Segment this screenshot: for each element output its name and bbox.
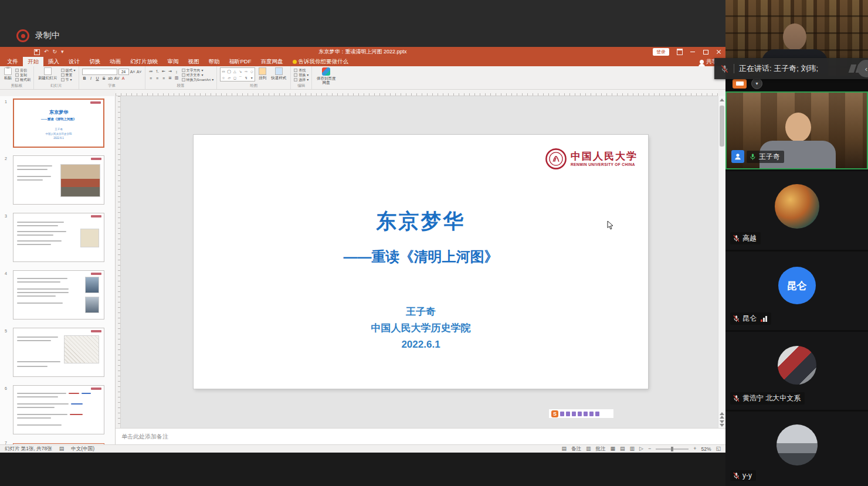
group-font: 24 A˄ A˅ B I U S ab AV A 字体 — [79, 66, 145, 89]
vertical-scrollbar[interactable] — [718, 96, 725, 428]
shadow-button[interactable]: ab — [108, 76, 113, 80]
font-size-select[interactable]: 24 — [118, 69, 129, 75]
line-spacing-icon[interactable]: ↕ — [174, 70, 179, 74]
smartart-button[interactable]: 转换为SmartArt▾ — [182, 78, 214, 81]
tab-view[interactable]: 视图 — [184, 57, 204, 66]
align-center-icon[interactable]: ≡ — [155, 76, 160, 80]
notes-pane[interactable]: 单击此处添加备注 — [116, 428, 725, 444]
slide-thumbnail-3[interactable] — [13, 213, 104, 262]
select-button[interactable]: 选择▾ — [294, 78, 308, 81]
comments-toggle[interactable]: 批注 — [595, 446, 605, 453]
new-slide-button[interactable]: 新建幻灯片 — [37, 67, 59, 80]
reset-button[interactable]: 重置 — [61, 73, 76, 77]
numbering-icon[interactable]: ⒈ — [155, 69, 160, 74]
copy-button[interactable]: 复制 — [15, 73, 30, 77]
tab-baidu-netdisk[interactable]: 百度网盘 — [256, 57, 288, 66]
slide-thumbnail-1[interactable]: 东京梦华 ——重读《清明上河图》 王子奇 中国人民大学历史学院 2022.6.1 — [13, 98, 104, 148]
tab-foxit-pdf[interactable]: 福昕PDF — [225, 57, 256, 66]
zoom-slider-knob[interactable] — [671, 447, 673, 451]
video-tile-wangziqi[interactable]: 王子奇 — [725, 91, 868, 169]
slide-number: 3 — [5, 214, 7, 218]
normal-view-icon[interactable]: ▦ — [610, 446, 615, 451]
shrink-font-icon[interactable]: A˅ — [137, 70, 142, 74]
minimize-button[interactable] — [687, 47, 699, 56]
char-spacing-icon[interactable]: AV — [114, 76, 120, 80]
tab-review[interactable]: 审阅 — [163, 57, 184, 66]
tab-animations[interactable]: 动画 — [105, 57, 126, 66]
grow-font-icon[interactable]: A˄ — [130, 70, 135, 74]
align-right-icon[interactable]: ≡ — [161, 76, 167, 80]
slideshow-view-icon[interactable]: ▷ — [639, 446, 643, 451]
tab-insert[interactable]: 插入 — [43, 57, 64, 66]
tell-me-box[interactable]: 告诉我你想要做什么 — [288, 57, 354, 66]
tab-help[interactable]: 帮助 — [204, 57, 225, 66]
restore-button[interactable] — [700, 47, 711, 56]
fit-to-window-icon[interactable]: ◱ — [716, 446, 721, 451]
tab-home[interactable]: 开始 — [23, 57, 43, 66]
shapes-gallery[interactable]: ▭◯△↘⇨◇ ☆▱◻⌒↯▾ — [220, 67, 255, 81]
slide-author: 王子奇 — [194, 304, 648, 320]
slide-sorter-view-icon[interactable]: ▤ — [620, 446, 625, 451]
section-button[interactable]: 节▾ — [61, 78, 76, 81]
slide-thumbnail-5[interactable] — [13, 328, 104, 377]
replace-button[interactable]: 替换▾ — [294, 73, 308, 77]
bold-button[interactable]: B — [82, 76, 87, 80]
slide-thumbnail-panel[interactable]: 1 东京梦华 ——重读《清明上河图》 王子奇 中国人民大学历史学院 2022.6… — [0, 96, 116, 444]
participant-name: 昆仑 — [742, 314, 757, 324]
slide-date: 2022.6.1 — [194, 337, 648, 353]
scroll-up-icon[interactable] — [720, 98, 724, 101]
slide-thumbnail-4[interactable] — [13, 270, 104, 320]
reading-view-icon[interactable]: ▥ — [630, 446, 635, 451]
close-button[interactable] — [713, 47, 724, 56]
slide-thumbnail-2[interactable] — [13, 155, 104, 205]
strikethrough-button[interactable]: S — [101, 76, 107, 80]
italic-button[interactable]: I — [89, 76, 94, 80]
collapse-chevron-button[interactable]: ▾ — [751, 78, 762, 89]
slide-thumbnail-6[interactable] — [13, 385, 104, 434]
login-button[interactable]: 登录 — [653, 48, 669, 56]
watermark-s-icon: S — [551, 410, 558, 417]
slide-canvas[interactable]: 中国人民大学 RENMIN UNIVERSITY OF CHINA 东京梦华 —… — [194, 135, 648, 389]
columns-icon[interactable]: ▥ — [174, 76, 179, 80]
indent-increase-icon[interactable]: ⇥ — [168, 69, 173, 74]
watermark-glyphs — [560, 412, 599, 416]
notes-toggle[interactable]: 备注 — [571, 446, 581, 453]
underline-button[interactable]: U — [95, 76, 100, 80]
video-tile-yy[interactable]: y-y — [725, 412, 868, 486]
paste-button[interactable]: 粘贴 — [3, 67, 13, 80]
arrange-button[interactable]: 排列 — [257, 67, 267, 80]
format-painter-button[interactable]: 格式刷 — [15, 78, 30, 81]
zoom-slider[interactable] — [656, 448, 689, 450]
previous-slide-button[interactable] — [720, 412, 724, 419]
justify-icon[interactable]: ≣ — [168, 76, 173, 80]
find-button[interactable]: 查找 — [294, 69, 308, 72]
align-text-button[interactable]: 对齐文本▾ — [182, 73, 214, 77]
tab-design[interactable]: 设计 — [64, 57, 84, 66]
video-tile-huanghaoning[interactable]: 黄浩宁 北大中文系 — [725, 332, 868, 410]
baidu-save-button[interactable]: 保存到百度网盘 — [315, 67, 337, 84]
bullets-icon[interactable]: ≔ — [148, 69, 154, 74]
font-color-icon[interactable]: A — [121, 76, 126, 80]
language-indicator[interactable]: 中文(中国) — [71, 446, 94, 453]
text-direction-button[interactable]: 文字方向▾ — [182, 69, 214, 72]
ribbon-display-button[interactable] — [674, 47, 686, 56]
video-tile-kunlun[interactable]: 昆仑 昆仑 — [725, 252, 868, 330]
quick-styles-button[interactable]: 快速样式 — [270, 67, 287, 80]
zoom-out-button[interactable]: − — [648, 446, 651, 451]
cut-button[interactable]: 剪切 — [15, 69, 30, 72]
align-left-icon[interactable]: ≡ — [148, 76, 154, 80]
ruc-mini-logo — [91, 388, 101, 390]
scrollbar-thumb[interactable] — [720, 106, 724, 147]
status-bar: 幻灯片 第1张, 共78张 ▤ 中文(中国) ▤ 备注 ▥ 批注 ▦ ▤ ▥ ▷… — [0, 444, 725, 453]
video-tile-gaoyue[interactable]: 高越 — [725, 171, 868, 250]
zoom-in-button[interactable]: + — [693, 446, 696, 451]
font-name-select[interactable] — [82, 69, 117, 75]
tab-slideshow[interactable]: 幻灯片放映 — [126, 57, 163, 66]
next-slide-button[interactable] — [720, 420, 724, 427]
tab-transitions[interactable]: 切换 — [84, 57, 105, 66]
layout-button[interactable]: 版式▾ — [61, 69, 76, 72]
indent-decrease-icon[interactable]: ⇤ — [161, 69, 167, 74]
tab-file[interactable]: 文件 — [2, 57, 23, 66]
screen-share-indicator-icon[interactable] — [733, 79, 747, 89]
zoom-level[interactable]: 52% — [701, 446, 711, 452]
